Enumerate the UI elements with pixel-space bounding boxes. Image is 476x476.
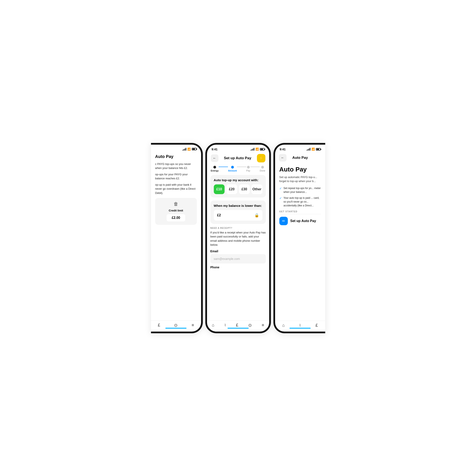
phone3-subtitle: Set up automatic PAYG top-u... forget to… [279, 175, 321, 183]
battery-icon-left [192, 148, 196, 150]
scene: 📶 Auto Pay c PAYG top-ups so you never w… [126, 126, 350, 350]
lock-icon: 🔒 [255, 213, 259, 218]
status-bar-center: 9:41 📶 [207, 145, 269, 152]
step-dot-energy [213, 166, 216, 169]
phone1-body1: c PAYG top-ups so you never when your ba… [155, 162, 197, 170]
status-bar-right: 9:41 📶 [275, 145, 325, 152]
amount-btn-20[interactable]: £20 [226, 184, 237, 194]
nav2-activity[interactable]: ⌇ [224, 323, 226, 327]
get-started-label: GET STARTED [279, 210, 321, 213]
action-button[interactable]: ⚡ [257, 154, 265, 162]
nav-indicator [165, 328, 187, 329]
step-amount: Amount [228, 166, 237, 172]
step-line-3 [250, 167, 260, 167]
status-time-right: 9:41 [280, 148, 286, 151]
phone-label: Phone [210, 266, 266, 269]
phone1-screen: Auto Pay c PAYG top-ups so you never whe… [151, 152, 201, 332]
amount-options: £10 £20 £30 Other [214, 184, 262, 194]
wifi-icon-left: 📶 [187, 148, 191, 151]
phone1-body2: op-ups for your PAYG your balance reache… [155, 172, 197, 181]
check-item-1: ✓ Set repeat top-ups for yo... meter whe… [279, 186, 321, 194]
signal-bars-center [251, 148, 255, 151]
phone2-header: ← Set up Auto Pay ⚡ [207, 152, 269, 165]
phone3-header-title: Auto Pay [292, 156, 308, 160]
nav3-home[interactable]: ⌂ [282, 323, 285, 328]
back-button[interactable]: ← [211, 154, 219, 162]
phone1-title: Auto Pay [155, 154, 197, 159]
phone3-header: ← Auto Pay [275, 152, 325, 164]
step-energy: Energy [211, 166, 219, 172]
status-icons-left: 📶 [183, 148, 196, 151]
step-label-done: Done [260, 169, 265, 172]
check-item-2: ✓ Your auto top-up is paid ... card, so … [279, 196, 321, 207]
setup-autopay-button[interactable]: ∞ Set up Auto Pay [279, 217, 321, 225]
step-label-energy: Energy [211, 169, 219, 172]
email-placeholder: sam@example.com [214, 257, 240, 260]
nav2-menu[interactable]: ≡ [262, 323, 264, 327]
balance-card: When my balance is lower than: £2 🔒 [210, 201, 266, 224]
progress-steps: Energy Amount Pay Done [207, 165, 269, 175]
check-text-1: Set repeat top-ups for yo... meter when … [284, 186, 321, 194]
phone3-title: Auto Pay [279, 166, 321, 173]
step-dot-pay [247, 166, 250, 169]
phone3-back-button[interactable]: ← [279, 154, 287, 162]
step-dot-amount [231, 166, 234, 169]
amount-card-title: Auto top-up my account with: [214, 178, 262, 182]
battery-icon-center [260, 148, 265, 151]
check-icon-1: ✓ [279, 187, 282, 190]
nav2-payments[interactable]: £ [236, 323, 238, 327]
balance-input-row: £2 🔒 [214, 210, 262, 221]
nav3-payments[interactable]: £ [316, 323, 318, 328]
phone1-content: Auto Pay c PAYG top-ups so you never whe… [151, 152, 201, 320]
receipt-label: NEED A RECEIPT? [210, 227, 266, 229]
amount-btn-other[interactable]: Other [252, 184, 262, 194]
phone-center: 9:41 📶 ← Set up Auto Pay ⚡ [205, 143, 271, 333]
phone-left: 📶 Auto Pay c PAYG top-ups so you never w… [151, 143, 203, 333]
phone3-bottom-nav: ⌂ ⌇ £ [275, 321, 325, 332]
credit-label: Credit limit [169, 209, 183, 212]
nav2-indicator [228, 328, 249, 329]
nav3-indicator [289, 328, 311, 329]
step-line-2 [237, 167, 246, 167]
phone1-body3: op-up is paid with your bank ll never go… [155, 183, 197, 195]
step-dot-done [261, 166, 264, 169]
nav-item-menu[interactable]: ≡ [192, 323, 194, 327]
nav-item-pound[interactable]: £ [158, 323, 160, 327]
balance-value: £2 [217, 213, 221, 217]
infinity-icon: ∞ [279, 217, 288, 225]
nav-item-help[interactable]: ⊙ [174, 323, 178, 328]
wifi-icon-center: 📶 [255, 148, 259, 151]
credit-value: £2.00 [167, 214, 185, 221]
signal-bars-left [183, 148, 186, 151]
amount-btn-10[interactable]: £10 [214, 184, 225, 194]
signal-bars-right [307, 148, 310, 151]
phone1-card: 🗑 Credit limit £2.00 [155, 198, 197, 225]
nav2-help[interactable]: ⊙ [248, 323, 252, 328]
nav3-activity[interactable]: ⌇ [299, 323, 301, 327]
phone2-bottom-nav: ⌂ ⌇ £ ⊙ ≡ [207, 320, 269, 332]
step-label-pay: Pay [246, 169, 250, 172]
status-icons-right: 📶 [307, 148, 321, 151]
phone1-bottom-nav: £ ⊙ ≡ [151, 320, 201, 332]
amount-card: Auto top-up my account with: £10 £20 £30… [210, 175, 266, 198]
phone3-screen: ← Auto Pay Auto Pay Set up automatic PAY… [275, 152, 325, 332]
phone2-screen: ← Set up Auto Pay ⚡ Energy Amount [207, 152, 269, 332]
phone-right: 9:41 📶 ← Auto Pay [273, 143, 325, 333]
back-arrow-icon: ← [213, 156, 216, 160]
setup-btn-label: Set up Auto Pay [290, 219, 316, 223]
balance-title: When my balance is lower than: [214, 204, 262, 207]
check-text-2: Your auto top-up is paid ... card, so yo… [284, 196, 321, 207]
email-input[interactable]: sam@example.com [210, 254, 266, 263]
wifi-icon-right: 📶 [311, 148, 315, 151]
amount-btn-30[interactable]: £30 [239, 184, 250, 194]
step-label-amount: Amount [228, 169, 237, 172]
email-label: Email [210, 250, 266, 253]
receipt-section: NEED A RECEIPT? If you'd like a receipt … [207, 227, 269, 270]
nav2-home[interactable]: ⌂ [212, 323, 214, 327]
status-bar-left: 📶 [151, 145, 201, 152]
phone3-back-arrow-icon: ← [281, 156, 284, 160]
status-icons-center: 📶 [251, 148, 265, 151]
phone3-content: Auto Pay Set up automatic PAYG top-u... … [275, 164, 325, 244]
step-done: Done [260, 166, 265, 172]
lightning-icon: ⚡ [259, 156, 263, 160]
